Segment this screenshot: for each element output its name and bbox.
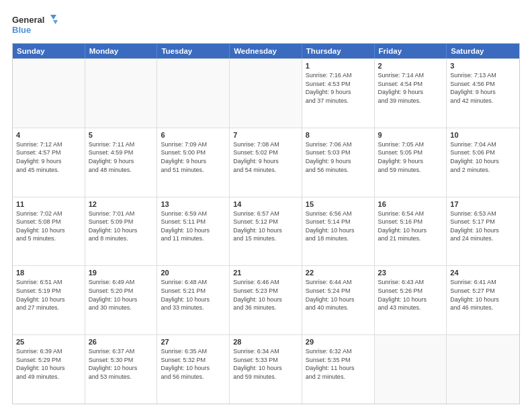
cell-info: Sunrise: 6:35 AM Sunset: 5:32 PM Dayligh…	[161, 347, 226, 381]
cal-cell-r0c0	[13, 59, 85, 128]
cal-cell-r1c4: 8Sunrise: 7:06 AM Sunset: 5:03 PM Daylig…	[302, 128, 375, 197]
cal-cell-r4c0: 25Sunrise: 6:39 AM Sunset: 5:29 PM Dayli…	[13, 335, 85, 404]
logo: General Blue	[12, 12, 59, 38]
header-day-tuesday: Tuesday	[157, 44, 230, 58]
calendar-body: 1Sunrise: 7:16 AM Sunset: 4:53 PM Daylig…	[13, 58, 519, 404]
header-day-sunday: Sunday	[13, 44, 85, 58]
header-day-monday: Monday	[85, 44, 158, 58]
cal-cell-r0c2	[157, 59, 230, 128]
cell-info: Sunrise: 7:11 AM Sunset: 4:59 PM Dayligh…	[89, 140, 154, 174]
cal-cell-r3c5: 23Sunrise: 6:43 AM Sunset: 5:26 PM Dayli…	[375, 266, 447, 334]
cell-info: Sunrise: 7:12 AM Sunset: 4:57 PM Dayligh…	[16, 140, 81, 174]
day-number: 24	[450, 269, 516, 277]
day-number: 19	[89, 269, 154, 277]
calendar-header: SundayMondayTuesdayWednesdayThursdayFrid…	[13, 44, 519, 58]
cell-info: Sunrise: 6:54 AM Sunset: 5:16 PM Dayligh…	[378, 210, 443, 243]
svg-marker-3	[53, 20, 58, 24]
cal-cell-r3c6: 24Sunrise: 6:41 AM Sunset: 5:27 PM Dayli…	[447, 266, 519, 334]
cal-cell-r0c6: 3Sunrise: 7:13 AM Sunset: 4:56 PM Daylig…	[447, 59, 519, 128]
header: General Blue	[12, 12, 520, 38]
day-number: 14	[233, 200, 298, 208]
cell-info: Sunrise: 6:39 AM Sunset: 5:29 PM Dayligh…	[16, 347, 81, 381]
day-number: 1	[306, 62, 371, 70]
day-number: 5	[89, 131, 154, 139]
cal-row-1: 4Sunrise: 7:12 AM Sunset: 4:57 PM Daylig…	[13, 128, 519, 197]
cell-info: Sunrise: 6:51 AM Sunset: 5:19 PM Dayligh…	[16, 278, 81, 312]
cell-info: Sunrise: 6:53 AM Sunset: 5:17 PM Dayligh…	[450, 210, 516, 243]
day-number: 6	[161, 131, 226, 139]
day-number: 21	[233, 269, 298, 277]
cell-info: Sunrise: 6:57 AM Sunset: 5:12 PM Dayligh…	[233, 210, 298, 243]
cal-cell-r4c3: 28Sunrise: 6:34 AM Sunset: 5:33 PM Dayli…	[230, 335, 302, 404]
cell-info: Sunrise: 6:32 AM Sunset: 5:35 PM Dayligh…	[306, 347, 371, 381]
day-number: 17	[450, 200, 516, 208]
day-number: 7	[233, 131, 298, 139]
cal-cell-r2c4: 15Sunrise: 6:56 AM Sunset: 5:14 PM Dayli…	[302, 197, 375, 266]
cell-info: Sunrise: 7:01 AM Sunset: 5:09 PM Dayligh…	[89, 210, 154, 243]
cal-row-3: 18Sunrise: 6:51 AM Sunset: 5:19 PM Dayli…	[13, 265, 519, 334]
svg-marker-2	[50, 15, 56, 19]
cal-cell-r0c3	[230, 59, 302, 128]
day-number: 23	[378, 269, 443, 277]
cell-info: Sunrise: 6:48 AM Sunset: 5:21 PM Dayligh…	[161, 278, 226, 312]
day-number: 22	[306, 269, 371, 277]
day-number: 13	[161, 200, 226, 208]
svg-text:General: General	[12, 15, 44, 25]
cell-info: Sunrise: 7:04 AM Sunset: 5:06 PM Dayligh…	[450, 140, 516, 174]
svg-text:Blue: Blue	[12, 25, 31, 35]
cal-cell-r1c2: 6Sunrise: 7:09 AM Sunset: 5:00 PM Daylig…	[157, 128, 230, 197]
cal-cell-r4c4: 29Sunrise: 6:32 AM Sunset: 5:35 PM Dayli…	[302, 335, 375, 404]
header-day-thursday: Thursday	[302, 44, 375, 58]
cal-cell-r0c5: 2Sunrise: 7:14 AM Sunset: 4:54 PM Daylig…	[375, 59, 447, 128]
cal-row-2: 11Sunrise: 7:02 AM Sunset: 5:08 PM Dayli…	[13, 197, 519, 266]
day-number: 2	[378, 62, 443, 70]
cell-info: Sunrise: 6:37 AM Sunset: 5:30 PM Dayligh…	[89, 347, 154, 381]
header-day-friday: Friday	[375, 44, 447, 58]
cell-info: Sunrise: 7:05 AM Sunset: 5:05 PM Dayligh…	[378, 140, 443, 174]
cal-cell-r0c1	[85, 59, 158, 128]
cal-cell-r3c0: 18Sunrise: 6:51 AM Sunset: 5:19 PM Dayli…	[13, 266, 85, 334]
cal-cell-r1c0: 4Sunrise: 7:12 AM Sunset: 4:57 PM Daylig…	[13, 128, 85, 197]
cell-info: Sunrise: 6:56 AM Sunset: 5:14 PM Dayligh…	[306, 210, 371, 243]
day-number: 4	[16, 131, 81, 139]
cell-info: Sunrise: 6:43 AM Sunset: 5:26 PM Dayligh…	[378, 278, 443, 312]
day-number: 12	[89, 200, 154, 208]
cal-row-4: 25Sunrise: 6:39 AM Sunset: 5:29 PM Dayli…	[13, 334, 519, 404]
cal-cell-r1c5: 9Sunrise: 7:05 AM Sunset: 5:05 PM Daylig…	[375, 128, 447, 197]
day-number: 25	[16, 338, 81, 346]
cell-info: Sunrise: 7:08 AM Sunset: 5:02 PM Dayligh…	[233, 140, 298, 174]
cal-cell-r3c1: 19Sunrise: 6:49 AM Sunset: 5:20 PM Dayli…	[85, 266, 158, 334]
cal-cell-r4c1: 26Sunrise: 6:37 AM Sunset: 5:30 PM Dayli…	[85, 335, 158, 404]
cell-info: Sunrise: 7:14 AM Sunset: 4:54 PM Dayligh…	[378, 71, 443, 105]
cal-cell-r1c6: 10Sunrise: 7:04 AM Sunset: 5:06 PM Dayli…	[447, 128, 519, 197]
cell-info: Sunrise: 7:02 AM Sunset: 5:08 PM Dayligh…	[16, 210, 81, 243]
day-number: 26	[89, 338, 154, 346]
page: General Blue SundayMondayTuesdayWednesda…	[0, 0, 532, 411]
cal-cell-r2c5: 16Sunrise: 6:54 AM Sunset: 5:16 PM Dayli…	[375, 197, 447, 266]
cal-cell-r2c1: 12Sunrise: 7:01 AM Sunset: 5:09 PM Dayli…	[85, 197, 158, 266]
day-number: 15	[306, 200, 371, 208]
day-number: 9	[378, 131, 443, 139]
cell-info: Sunrise: 7:13 AM Sunset: 4:56 PM Dayligh…	[450, 71, 516, 105]
logo-svg: General Blue	[12, 12, 59, 38]
cal-cell-r4c6	[447, 335, 519, 404]
cal-cell-r1c1: 5Sunrise: 7:11 AM Sunset: 4:59 PM Daylig…	[85, 128, 158, 197]
day-number: 8	[306, 131, 371, 139]
cal-cell-r1c3: 7Sunrise: 7:08 AM Sunset: 5:02 PM Daylig…	[230, 128, 302, 197]
cell-info: Sunrise: 6:59 AM Sunset: 5:11 PM Dayligh…	[161, 210, 226, 243]
cal-cell-r2c0: 11Sunrise: 7:02 AM Sunset: 5:08 PM Dayli…	[13, 197, 85, 266]
cell-info: Sunrise: 6:34 AM Sunset: 5:33 PM Dayligh…	[233, 347, 298, 381]
cell-info: Sunrise: 7:06 AM Sunset: 5:03 PM Dayligh…	[306, 140, 371, 174]
cal-cell-r3c4: 22Sunrise: 6:44 AM Sunset: 5:24 PM Dayli…	[302, 266, 375, 334]
day-number: 3	[450, 62, 516, 70]
header-day-wednesday: Wednesday	[230, 44, 302, 58]
cal-cell-r3c3: 21Sunrise: 6:46 AM Sunset: 5:23 PM Dayli…	[230, 266, 302, 334]
day-number: 10	[450, 131, 516, 139]
calendar: SundayMondayTuesdayWednesdayThursdayFrid…	[12, 43, 520, 404]
day-number: 20	[161, 269, 226, 277]
header-day-saturday: Saturday	[447, 44, 519, 58]
cal-cell-r0c4: 1Sunrise: 7:16 AM Sunset: 4:53 PM Daylig…	[302, 59, 375, 128]
cal-row-0: 1Sunrise: 7:16 AM Sunset: 4:53 PM Daylig…	[13, 58, 519, 128]
cell-info: Sunrise: 7:16 AM Sunset: 4:53 PM Dayligh…	[306, 71, 371, 105]
day-number: 28	[233, 338, 298, 346]
